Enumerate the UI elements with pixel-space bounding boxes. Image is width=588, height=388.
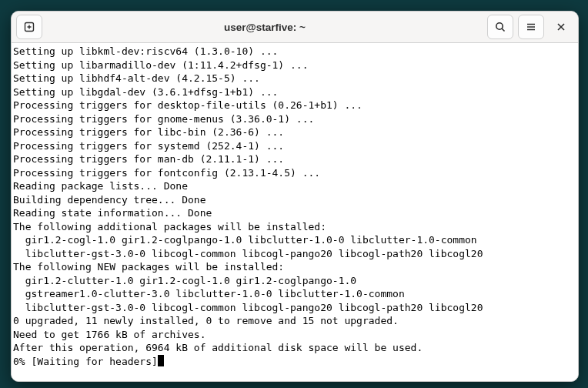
terminal-line: Processing triggers for desktop-file-uti… [13, 99, 576, 112]
terminal-line: Setting up libkml-dev:riscv64 (1.3.0-10)… [13, 45, 576, 59]
menu-button[interactable] [518, 15, 544, 39]
terminal-output[interactable]: Setting up libkml-dev:riscv64 (1.3.0-10)… [12, 43, 578, 381]
hamburger-icon [525, 21, 537, 33]
close-button[interactable] [549, 15, 573, 38]
terminal-line: After this operation, 6964 kB of additio… [13, 341, 576, 355]
svg-line-4 [502, 28, 504, 31]
search-button[interactable] [487, 15, 513, 39]
terminal-line: libclutter-gst-3.0-0 libcogl-common libc… [13, 301, 576, 315]
terminal-line: Processing triggers for systemd (252.4-1… [13, 139, 576, 153]
close-icon [556, 22, 566, 32]
search-icon [494, 21, 506, 33]
titlebar: user@starfive: ~ [12, 12, 578, 43]
terminal-line: The following NEW packages will be insta… [13, 260, 576, 274]
terminal-line: gir1.2-cogl-1.0 gir1.2-coglpango-1.0 lib… [13, 233, 576, 247]
window-title: user@starfive: ~ [47, 22, 483, 33]
terminal-line: 0 upgraded, 11 newly installed, 0 to rem… [13, 314, 576, 328]
new-tab-button[interactable] [16, 15, 42, 39]
terminal-line: Setting up libgdal-dev (3.6.1+dfsg-1+b1)… [13, 85, 576, 99]
terminal-line: The following additional packages will b… [13, 220, 576, 234]
svg-point-3 [496, 23, 503, 29]
terminal-line: Need to get 1766 kB of archives. [13, 328, 576, 342]
terminal-window: user@starfive: ~ [11, 11, 579, 382]
terminal-line: Processing triggers for libc-bin (2.36-6… [13, 125, 576, 139]
terminal-line: Processing triggers for fontconfig (2.13… [13, 166, 576, 180]
terminal-line: Reading package lists... Done [13, 179, 576, 193]
terminal-line: libclutter-gst-3.0-0 libcogl-common libc… [13, 247, 576, 261]
terminal-line: Setting up libarmadillo-dev (1:11.4.2+df… [13, 59, 576, 72]
terminal-line: Processing triggers for gnome-menus (3.3… [13, 112, 576, 126]
terminal-progress-line: 0% [Waiting for headers] [13, 355, 576, 369]
terminal-line: Processing triggers for man-db (2.11.1-1… [13, 152, 576, 166]
terminal-cursor [158, 355, 164, 366]
terminal-line: gir1.2-clutter-1.0 gir1.2-cogl-1.0 gir1.… [13, 274, 576, 288]
terminal-line: Reading state information... Done [13, 206, 576, 220]
terminal-line: Building dependency tree... Done [13, 193, 576, 207]
terminal-line: gstreamer1.0-clutter-3.0 libclutter-1.0-… [13, 287, 576, 301]
plus-square-icon [23, 21, 35, 33]
terminal-line: Setting up libhdf4-alt-dev (4.2.15-5) ..… [13, 72, 576, 85]
